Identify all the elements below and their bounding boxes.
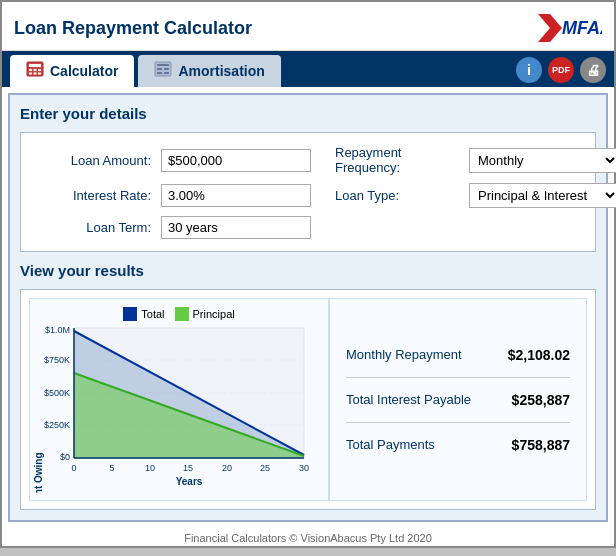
svg-text:15: 15: [183, 463, 193, 473]
svg-rect-3: [29, 64, 41, 67]
total-payments-value: $758,887: [512, 437, 570, 453]
total-payments-row: Total Payments $758,887: [346, 437, 570, 453]
svg-rect-11: [157, 64, 169, 66]
monthly-repayment-value: $2,108.02: [508, 347, 570, 363]
svg-rect-9: [38, 73, 41, 75]
loan-type-select[interactable]: Principal & Interest Interest Only: [469, 183, 616, 208]
loan-term-label: Loan Term:: [37, 220, 157, 235]
svg-text:MFAA: MFAA: [562, 18, 602, 38]
svg-text:$750K: $750K: [44, 355, 70, 365]
results-area: Total Principal: [20, 289, 596, 510]
svg-text:Years: Years: [176, 476, 203, 487]
svg-text:$0: $0: [60, 452, 70, 462]
repayment-freq-select[interactable]: Monthly Fortnightly Weekly: [469, 148, 616, 173]
logo: MFAA: [530, 10, 602, 46]
app-title: Loan Repayment Calculator: [14, 18, 252, 39]
svg-text:30: 30: [299, 463, 309, 473]
results-table: Monthly Repayment $2,108.02 Total Intere…: [329, 298, 587, 501]
loan-amount-label: Loan Amount:: [37, 153, 157, 168]
svg-rect-8: [34, 73, 37, 75]
calculator-icon: [26, 61, 44, 81]
svg-text:25: 25: [260, 463, 270, 473]
table-icon: [154, 61, 172, 81]
svg-text:$1.0M: $1.0M: [45, 325, 70, 335]
chart-svg: $1.0M $750K $500K $250K $0: [34, 323, 319, 493]
total-interest-label: Total Interest Payable: [346, 392, 471, 407]
results-section-title: View your results: [20, 262, 596, 279]
tab-calculator-label: Calculator: [50, 63, 118, 79]
svg-text:10: 10: [145, 463, 155, 473]
mfaa-logo-icon: MFAA: [530, 10, 602, 46]
footer: Financial Calculators © VisionAbacus Pty…: [2, 528, 614, 546]
monthly-repayment-label: Monthly Repayment: [346, 347, 462, 362]
svg-rect-7: [29, 73, 32, 75]
toolbar-icons: i PDF 🖨: [516, 57, 606, 87]
footer-text: Financial Calculators © VisionAbacus Pty…: [184, 532, 432, 544]
interest-rate-label: Interest Rate:: [37, 188, 157, 203]
loan-type-label: Loan Type:: [325, 188, 465, 203]
legend-principal-label: Principal: [193, 308, 235, 320]
pdf-button[interactable]: PDF: [548, 57, 574, 83]
info-button[interactable]: i: [516, 57, 542, 83]
svg-rect-12: [157, 68, 162, 70]
monthly-repayment-row: Monthly Repayment $2,108.02: [346, 347, 570, 363]
legend-principal: Principal: [175, 307, 235, 321]
svg-rect-13: [164, 68, 169, 70]
loan-amount-input[interactable]: [161, 149, 311, 172]
main-content: Enter your details Loan Amount: Repaymen…: [8, 93, 608, 522]
legend-principal-color: [175, 307, 189, 321]
legend-total-color: [123, 307, 137, 321]
tab-bar: Calculator Amortisation i PDF 🖨: [2, 51, 614, 87]
repayment-freq-label: Repayment Frequency:: [325, 145, 465, 175]
svg-text:$250K: $250K: [44, 420, 70, 430]
form-area: Loan Amount: Repayment Frequency: Monthl…: [20, 132, 596, 252]
svg-rect-6: [38, 69, 41, 71]
tab-amortisation[interactable]: Amortisation: [138, 55, 280, 87]
print-button[interactable]: 🖨: [580, 57, 606, 83]
total-interest-row: Total Interest Payable $258,887: [346, 392, 570, 408]
svg-rect-5: [34, 69, 37, 71]
svg-text:$500K: $500K: [44, 388, 70, 398]
svg-rect-15: [164, 72, 169, 74]
svg-text:0: 0: [71, 463, 76, 473]
legend-total: Total: [123, 307, 164, 321]
svg-marker-0: [538, 14, 562, 42]
chart-container: Total Principal: [29, 298, 329, 501]
chart-legend: Total Principal: [34, 307, 324, 321]
svg-rect-4: [29, 69, 32, 71]
svg-text:Amount Owing: Amount Owing: [34, 452, 44, 493]
loan-term-input[interactable]: [161, 216, 311, 239]
form-section-title: Enter your details: [20, 105, 596, 122]
total-payments-label: Total Payments: [346, 437, 435, 452]
svg-text:5: 5: [109, 463, 114, 473]
tab-amortisation-label: Amortisation: [178, 63, 264, 79]
tab-calculator[interactable]: Calculator: [10, 55, 134, 87]
legend-total-label: Total: [141, 308, 164, 320]
results-inner: Total Principal: [29, 298, 587, 501]
interest-rate-input[interactable]: [161, 184, 311, 207]
total-interest-value: $258,887: [512, 392, 570, 408]
svg-text:20: 20: [222, 463, 232, 473]
svg-rect-14: [157, 72, 162, 74]
form-grid: Loan Amount: Repayment Frequency: Monthl…: [37, 145, 579, 239]
